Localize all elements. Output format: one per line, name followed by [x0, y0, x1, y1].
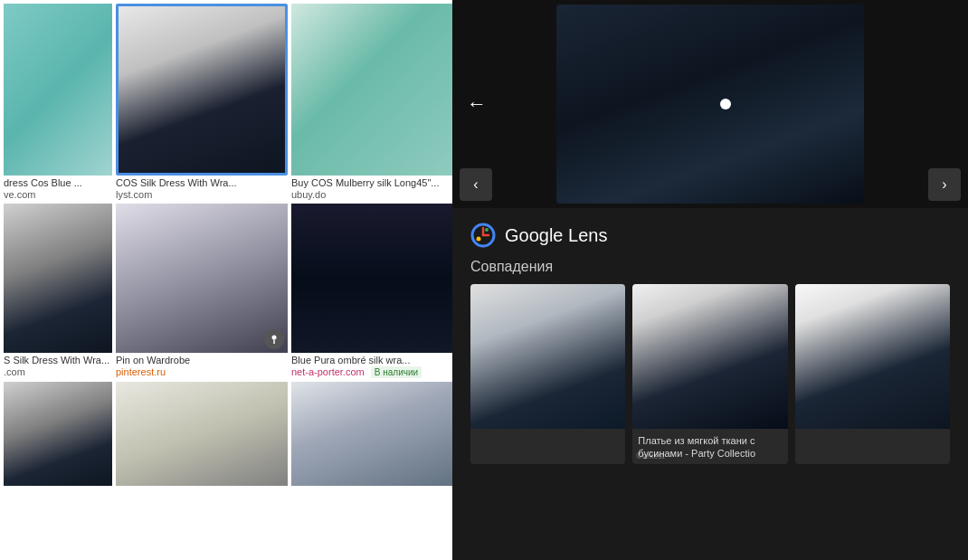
match-image-3 [795, 284, 950, 429]
item-3-source: ubuy.do [291, 189, 452, 200]
search-results-panel: dress Cos Blue ... ve.com COS Silk Dress… [0, 0, 452, 560]
item-3-label: Buy COS Mulberry silk Long45"... [291, 177, 452, 189]
result-item-1[interactable]: dress Cos Blue ... ve.com [4, 4, 112, 200]
availability-badge: В наличии [371, 366, 422, 378]
nav-arrows: ‹ › [452, 168, 968, 201]
result-item-5[interactable]: Pin on Wardrobe pinterest.ru [116, 204, 288, 378]
svg-point-0 [272, 336, 277, 340]
match-item-3[interactable] [795, 284, 950, 464]
item-2-label: COS Silk Dress With Wra... [116, 177, 288, 189]
match-item-1[interactable] [470, 284, 625, 464]
lens-header: Google Lens [452, 208, 968, 255]
selection-dot [720, 99, 731, 109]
item-6-source: net-a-porter.com В наличии [291, 366, 452, 378]
result-item-3[interactable]: Buy COS Mulberry silk Long45"... ubuy.do [291, 4, 452, 200]
match-item-2[interactable]: Платье из мягкой ткани с бусинами - Part… [632, 284, 787, 464]
result-item-8[interactable] [116, 382, 288, 486]
result-item-9[interactable] [291, 382, 452, 486]
item-1-label: dress Cos Blue ... [4, 177, 112, 189]
item-5-source: pinterest.ru [116, 366, 288, 377]
item-2-source: lyst.com [116, 189, 288, 200]
result-item-4[interactable]: S Silk Dress With Wra... .com [4, 204, 112, 378]
match-image-1 [470, 284, 625, 429]
matches-section: Совпадения Платье из мягкой ткани с буси… [452, 255, 968, 473]
lens-logo [470, 223, 496, 248]
item-5-label: Pin on Wardrobe [116, 355, 288, 366]
item-1-source: ve.com [4, 189, 112, 200]
image-viewer: ← ‹ › [452, 0, 968, 208]
result-item-2[interactable]: COS Silk Dress With Wra... lyst.com [116, 4, 288, 200]
result-item-6[interactable]: Blue Pura ombré silk wra... net-a-porter… [291, 204, 452, 378]
item-4-source: .com [4, 366, 112, 377]
svg-point-3 [477, 237, 481, 242]
next-image-button[interactable]: › [928, 168, 961, 201]
lens-title: Google Lens [505, 225, 607, 246]
match-image-2 [632, 284, 787, 429]
match-label-3 [795, 429, 950, 438]
result-item-7[interactable] [4, 382, 112, 486]
watermark: ©arkest [636, 451, 664, 460]
lens-panel: ← ‹ › Google Lens Совпадения [452, 0, 968, 560]
svg-point-4 [485, 228, 489, 232]
back-button[interactable]: ← [467, 92, 487, 116]
match-label-1 [470, 429, 625, 438]
item-4-label: S Silk Dress With Wra... [4, 355, 112, 366]
item-6-label: Blue Pura ombré silk wra... [291, 355, 452, 366]
prev-image-button[interactable]: ‹ [460, 168, 492, 201]
matches-grid: Платье из мягкой ткани с бусинами - Part… [470, 284, 950, 464]
matches-label: Совпадения [470, 259, 950, 275]
results-grid: dress Cos Blue ... ve.com COS Silk Dress… [0, 0, 452, 489]
